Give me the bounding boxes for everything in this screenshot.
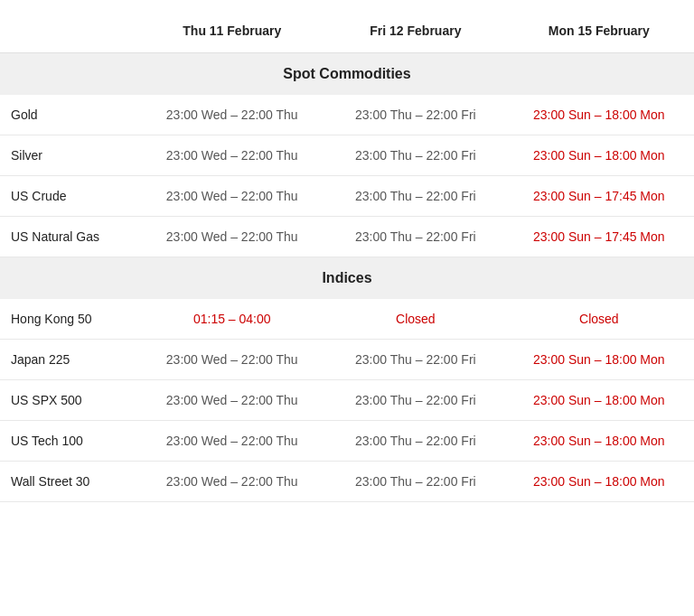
table-row: Gold23:00 Wed – 22:00 Thu23:00 Thu – 22:… <box>0 95 694 135</box>
table-row: Silver23:00 Wed – 22:00 Thu23:00 Thu – 2… <box>0 135 694 176</box>
section-title: Indices <box>0 257 694 300</box>
instrument-name: Japan 225 <box>0 340 136 380</box>
mon-hours: 23:00 Sun – 18:00 Mon <box>504 135 694 176</box>
table-row: US SPX 50023:00 Wed – 22:00 Thu23:00 Thu… <box>0 380 694 421</box>
thu-hours: 23:00 Wed – 22:00 Thu <box>136 462 327 502</box>
section-header-row: Indices <box>0 257 694 300</box>
thu-hours: 23:00 Wed – 22:00 Thu <box>136 380 327 421</box>
header-mon: Mon 15 February <box>504 9 694 53</box>
table-row: US Crude23:00 Wed – 22:00 Thu23:00 Thu –… <box>0 176 694 217</box>
thu-hours: 23:00 Wed – 22:00 Thu <box>136 176 327 217</box>
instrument-name: Gold <box>0 95 136 135</box>
mon-hours: 23:00 Sun – 18:00 Mon <box>504 95 694 135</box>
fri-hours: Closed <box>327 299 504 340</box>
fri-hours: 23:00 Thu – 22:00 Fri <box>327 176 504 217</box>
header-thu: Thu 11 February <box>136 9 327 53</box>
fri-hours: 23:00 Thu – 22:00 Fri <box>327 340 504 380</box>
instrument-name: US Natural Gas <box>0 217 136 257</box>
mon-hours: 23:00 Sun – 18:00 Mon <box>504 380 694 421</box>
header-fri: Fri 12 February <box>327 9 504 53</box>
section-title: Spot Commodities <box>0 53 694 96</box>
trading-hours-table: Thu 11 February Fri 12 February Mon 15 F… <box>0 9 694 502</box>
table-row: US Natural Gas23:00 Wed – 22:00 Thu23:00… <box>0 217 694 257</box>
table-row: Japan 22523:00 Wed – 22:00 Thu23:00 Thu … <box>0 340 694 380</box>
instrument-name: US SPX 500 <box>0 380 136 421</box>
table-row: Wall Street 3023:00 Wed – 22:00 Thu23:00… <box>0 462 694 502</box>
instrument-name: Silver <box>0 135 136 176</box>
mon-hours: 23:00 Sun – 18:00 Mon <box>504 421 694 462</box>
thu-hours: 23:00 Wed – 22:00 Thu <box>136 135 327 176</box>
table-row: Hong Kong 5001:15 – 04:00ClosedClosed <box>0 299 694 340</box>
fri-hours: 23:00 Thu – 22:00 Fri <box>327 217 504 257</box>
main-container: Thu 11 February Fri 12 February Mon 15 F… <box>0 0 694 511</box>
instrument-name: US Tech 100 <box>0 421 136 462</box>
table-row: US Tech 10023:00 Wed – 22:00 Thu23:00 Th… <box>0 421 694 462</box>
mon-hours: 23:00 Sun – 18:00 Mon <box>504 340 694 380</box>
mon-hours: Closed <box>504 299 694 340</box>
fri-hours: 23:00 Thu – 22:00 Fri <box>327 95 504 135</box>
mon-hours: 23:00 Sun – 17:45 Mon <box>504 176 694 217</box>
thu-hours: 23:00 Wed – 22:00 Thu <box>136 217 327 257</box>
fri-hours: 23:00 Thu – 22:00 Fri <box>327 421 504 462</box>
section-header-row: Spot Commodities <box>0 53 694 96</box>
fri-hours: 23:00 Thu – 22:00 Fri <box>327 462 504 502</box>
thu-hours: 23:00 Wed – 22:00 Thu <box>136 95 327 135</box>
instrument-name: US Crude <box>0 176 136 217</box>
fri-hours: 23:00 Thu – 22:00 Fri <box>327 135 504 176</box>
thu-hours: 01:15 – 04:00 <box>136 299 327 340</box>
mon-hours: 23:00 Sun – 18:00 Mon <box>504 462 694 502</box>
instrument-name: Hong Kong 50 <box>0 299 136 340</box>
header-instrument <box>0 9 136 53</box>
fri-hours: 23:00 Thu – 22:00 Fri <box>327 380 504 421</box>
instrument-name: Wall Street 30 <box>0 462 136 502</box>
table-header-row: Thu 11 February Fri 12 February Mon 15 F… <box>0 9 694 53</box>
mon-hours: 23:00 Sun – 17:45 Mon <box>504 217 694 257</box>
thu-hours: 23:00 Wed – 22:00 Thu <box>136 421 327 462</box>
thu-hours: 23:00 Wed – 22:00 Thu <box>136 340 327 380</box>
